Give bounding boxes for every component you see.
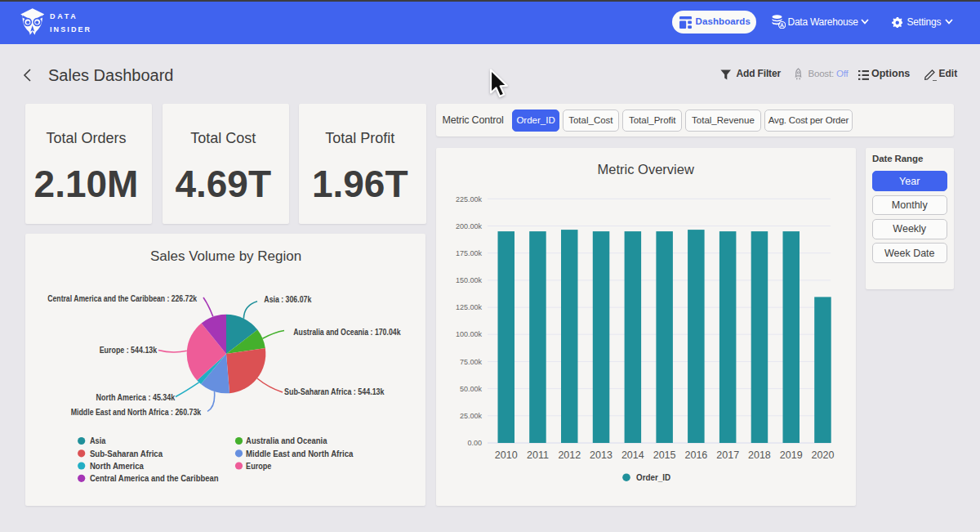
svg-text:North America : 45.34k: North America : 45.34k	[96, 392, 176, 402]
svg-text:50.00k: 50.00k	[460, 385, 483, 393]
svg-text:2012: 2012	[558, 449, 581, 461]
svg-text:2020: 2020	[812, 449, 835, 461]
svg-text:175.00k: 175.00k	[456, 249, 483, 257]
svg-text:Australia and Oceania : 170.04: Australia and Oceania : 170.04k	[293, 327, 400, 337]
svg-text:Sub-Saharan Africa : 544.13k: Sub-Saharan Africa : 544.13k	[284, 387, 385, 396]
svg-text:200.00k: 200.00k	[456, 222, 483, 230]
svg-text:225.00k: 225.00k	[456, 195, 483, 203]
svg-text:Middle East and North Africa: Middle East and North Africa	[246, 449, 354, 458]
svg-text:Europe: Europe	[246, 461, 271, 471]
svg-text:Sub-Saharan Africa: Sub-Saharan Africa	[90, 449, 163, 458]
svg-text:Asia : 306.07k: Asia : 306.07k	[264, 294, 311, 304]
svg-text:2013: 2013	[590, 449, 612, 461]
svg-text:100.00k: 100.00k	[456, 330, 483, 338]
svg-text:2018: 2018	[748, 449, 771, 461]
svg-text:2019: 2019	[780, 449, 803, 461]
svg-text:75.00k: 75.00k	[460, 358, 483, 366]
svg-text:Australia and Oceania: Australia and Oceania	[246, 436, 327, 445]
svg-text:2017: 2017	[716, 449, 739, 461]
svg-text:Middle East and North Africa :: Middle East and North Africa : 260.73k	[71, 407, 202, 417]
svg-text:Central America and the Caribb: Central America and the Caribbean : 226.…	[47, 293, 197, 303]
svg-text:2015: 2015	[653, 449, 676, 461]
svg-text:Order_ID: Order_ID	[636, 472, 670, 482]
svg-text:Metric Overview: Metric Overview	[598, 162, 694, 177]
svg-text:125.00k: 125.00k	[456, 303, 483, 311]
svg-text:0.00: 0.00	[467, 439, 482, 447]
svg-text:North America: North America	[90, 461, 144, 471]
svg-text:2011: 2011	[527, 449, 549, 461]
svg-text:150.00k: 150.00k	[456, 276, 483, 284]
svg-text:25.00k: 25.00k	[460, 412, 483, 420]
svg-text:Sales Volume by Region: Sales Volume by Region	[150, 248, 301, 264]
svg-text:Asia: Asia	[90, 436, 106, 445]
svg-text:2014: 2014	[621, 449, 644, 461]
svg-text:2016: 2016	[684, 449, 707, 461]
svg-text:Central America and the Caribb: Central America and the Caribbean	[90, 473, 219, 483]
svg-text:2010: 2010	[495, 449, 518, 461]
svg-text:Europe : 544.13k: Europe : 544.13k	[100, 345, 158, 355]
